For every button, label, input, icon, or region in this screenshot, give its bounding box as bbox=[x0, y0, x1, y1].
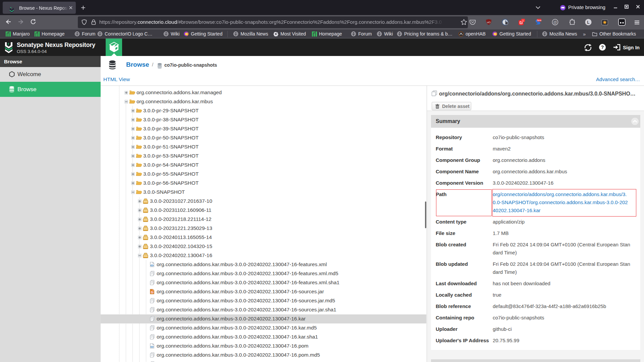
svg-text:@: @ bbox=[553, 20, 557, 24]
svg-text:r: r bbox=[8, 42, 9, 46]
svg-text:1: 1 bbox=[522, 19, 524, 22]
svg-text:L: L bbox=[587, 20, 589, 25]
svg-text:?: ? bbox=[601, 45, 604, 50]
svg-text:uO: uO bbox=[487, 21, 491, 24]
svg-text:New: New bbox=[537, 19, 541, 21]
